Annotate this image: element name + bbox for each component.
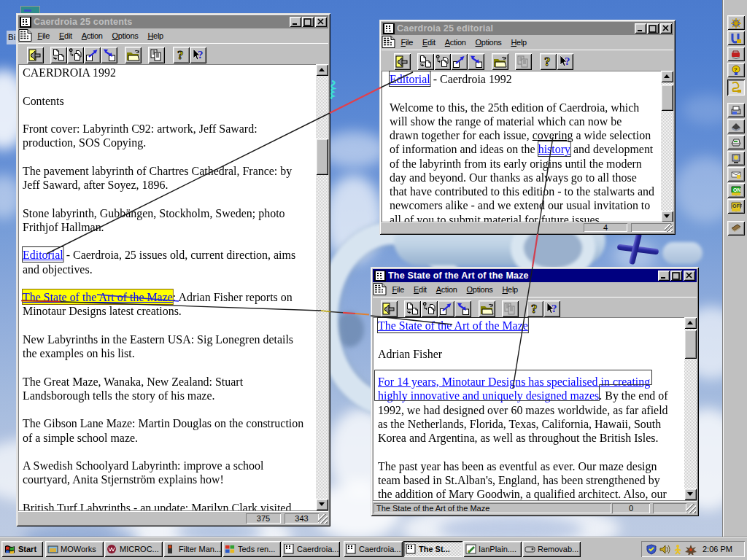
svg-text:OFF: OFF — [732, 203, 742, 209]
svg-text:?: ? — [734, 66, 738, 73]
svg-text:ON: ON — [733, 187, 741, 192]
